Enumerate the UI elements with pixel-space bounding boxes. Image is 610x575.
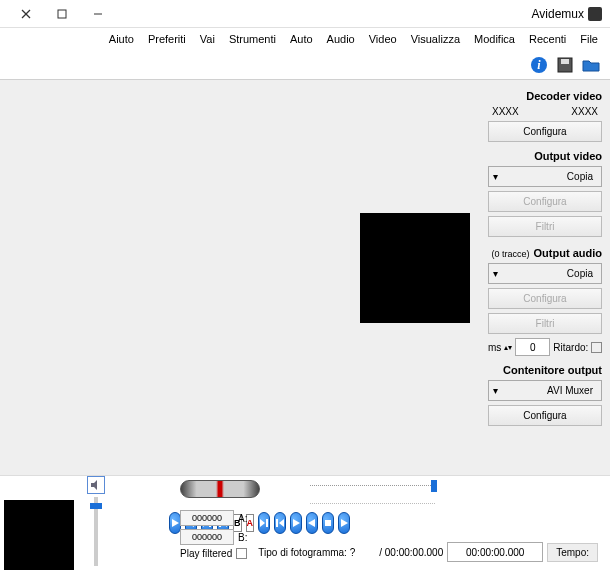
output-audio-tracks: (0 tracce): [492, 249, 530, 259]
svg-rect-5: [561, 59, 569, 64]
menu-strumenti[interactable]: Strumenti: [223, 31, 282, 47]
next-keyframe-button[interactable]: [258, 512, 270, 534]
caret-down-icon: ▾: [493, 385, 498, 396]
app-icon: [588, 7, 602, 21]
output-audio-title: Output audio: [534, 247, 602, 259]
seek-slider[interactable]: [310, 480, 435, 492]
prev-frame-button[interactable]: [306, 512, 318, 534]
b-value: 000000: [180, 529, 234, 545]
a-label: A:: [238, 513, 247, 524]
volume-control: [84, 476, 108, 566]
close-button[interactable]: [8, 3, 44, 25]
ab-values: A: 000000 B: 000000: [180, 510, 247, 545]
contenitore-title: Contenitore output: [488, 364, 602, 376]
volume-thumb[interactable]: [90, 503, 102, 509]
ritardo-checkbox[interactable]: [591, 342, 602, 353]
menu-video[interactable]: Video: [363, 31, 403, 47]
bottom-panel: A B A: 000000 B: 000000 Play filtered Te…: [0, 475, 610, 575]
svg-marker-15: [260, 519, 265, 527]
b-label: B:: [238, 532, 247, 543]
play-filtered-checkbox[interactable]: [236, 548, 247, 559]
tempo-total: / 00:00:00.000: [379, 547, 443, 558]
next-frame-button[interactable]: [290, 512, 302, 534]
preview-area: [0, 80, 480, 475]
menu-vai[interactable]: Vai: [194, 31, 221, 47]
menu-recenti[interactable]: Recenti: [523, 31, 572, 47]
decoder-val2: XXXX: [492, 106, 519, 117]
menu-auto[interactable]: Auto: [284, 31, 319, 47]
menu-audio[interactable]: Audio: [321, 31, 361, 47]
svg-marker-21: [172, 519, 179, 527]
video-preview: [360, 213, 470, 323]
svg-marker-13: [279, 519, 284, 527]
caret-down-icon: ▾: [493, 171, 498, 182]
ritardo-label: Ritardo:: [553, 342, 588, 353]
maximize-button[interactable]: [44, 3, 80, 25]
play-button[interactable]: [338, 512, 350, 534]
svg-marker-8: [341, 519, 348, 527]
thumbnail-preview: [4, 500, 74, 570]
svg-marker-11: [293, 519, 300, 527]
info-icon[interactable]: i: [528, 54, 550, 76]
svg-rect-14: [266, 519, 268, 527]
a-value: 000000: [180, 510, 234, 526]
side-panel: Decoder video XXXX XXXX Configura Output…: [480, 80, 610, 475]
titlebar: Avidemux: [0, 0, 610, 28]
toolbar: i: [0, 50, 610, 80]
stop-button[interactable]: [322, 512, 334, 534]
minimize-button[interactable]: [80, 3, 116, 25]
seek-track: [310, 484, 435, 486]
output-audio-mode-text: Copia: [493, 268, 597, 279]
prev-keyframe-button[interactable]: [274, 512, 286, 534]
timeline-ruler: [310, 494, 435, 504]
output-video-mode-dropdown[interactable]: Copia ▾: [488, 166, 602, 187]
tempo-current-input[interactable]: 00:00:00.000: [447, 542, 543, 562]
svg-rect-1: [58, 10, 66, 18]
svg-marker-22: [91, 480, 97, 490]
output-video-filtri-button[interactable]: Filtri: [488, 216, 602, 237]
spinner-arrows-icon[interactable]: ▴▾: [504, 343, 512, 352]
menu-aiuto[interactable]: Aiuto: [103, 31, 140, 47]
save-file-icon[interactable]: [554, 54, 576, 76]
menu-modifica[interactable]: Modifica: [468, 31, 521, 47]
ritardo-value-spinner[interactable]: 0: [515, 338, 550, 356]
contenitore-mode-dropdown[interactable]: AVI Muxer ▾: [488, 380, 602, 401]
output-video-title: Output video: [488, 150, 602, 162]
decoder-configura-button[interactable]: Configura: [488, 121, 602, 142]
svg-rect-9: [325, 520, 331, 526]
play-filtered-label: Play filtered: [180, 548, 232, 559]
frame-type-label: Tipo di fotogramma: ?: [258, 547, 355, 558]
decoder-val1: XXXX: [571, 106, 598, 117]
main-area: Decoder video XXXX XXXX Configura Output…: [0, 80, 610, 475]
open-file-icon[interactable]: [580, 54, 602, 76]
ritardo-unit: ms: [488, 342, 501, 353]
tempo-label: Tempo:: [547, 543, 598, 562]
menu-visualizza[interactable]: Visualizza: [405, 31, 466, 47]
output-video-configura-button[interactable]: Configura: [488, 191, 602, 212]
speaker-icon[interactable]: [87, 476, 105, 494]
output-audio-mode-dropdown[interactable]: Copia ▾: [488, 263, 602, 284]
window-title: Avidemux: [116, 7, 584, 21]
jog-wheel[interactable]: [180, 480, 260, 498]
transport-controls: A B: [300, 510, 350, 536]
caret-down-icon: ▾: [493, 268, 498, 279]
contenitore-configura-button[interactable]: Configura: [488, 405, 602, 426]
seek-thumb[interactable]: [431, 480, 437, 492]
svg-marker-10: [308, 519, 315, 527]
svg-rect-12: [276, 519, 278, 527]
contenitore-mode-text: AVI Muxer: [493, 385, 597, 396]
tempo-row: Tempo: 00:00:00.000 / 00:00:00.000 Tipo …: [258, 542, 598, 562]
menu-preferiti[interactable]: Preferiti: [142, 31, 192, 47]
output-audio-filtri-button[interactable]: Filtri: [488, 313, 602, 334]
menu-file[interactable]: File: [574, 31, 604, 47]
volume-slider[interactable]: [94, 497, 98, 566]
menubar: File Recenti Modifica Visualizza Video A…: [0, 28, 610, 50]
output-video-mode-text: Copia: [493, 171, 597, 182]
output-audio-configura-button[interactable]: Configura: [488, 288, 602, 309]
decoder-video-title: Decoder video: [488, 90, 602, 102]
